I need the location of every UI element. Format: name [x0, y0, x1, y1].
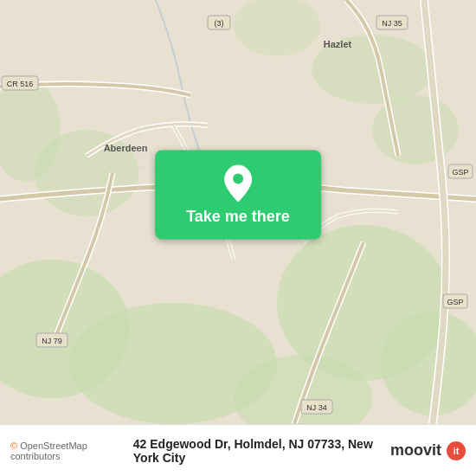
take-me-there-button[interactable]: Take me there: [155, 151, 321, 240]
footer-left: © OpenStreetMap contributors 42 Edgewood…: [10, 437, 390, 465]
svg-text:CR 516: CR 516: [7, 80, 34, 88]
svg-text:NJ 79: NJ 79: [42, 337, 62, 345]
openstreetmap-copyright: © OpenStreetMap contributors: [10, 441, 123, 461]
map-pin-icon: [222, 164, 254, 203]
footer: © OpenStreetMap contributors 42 Edgewood…: [0, 424, 476, 476]
svg-text:NJ 35: NJ 35: [382, 19, 402, 28]
map-container: CR 516 NJ 35 GSP GSP NJ 79 NJ 34 CR 3 (3…: [0, 0, 476, 424]
moovit-logo-text: moovit: [390, 441, 441, 460]
footer-right: moovit it: [390, 441, 466, 460]
svg-text:(3): (3): [215, 19, 224, 28]
moovit-icon: it: [447, 441, 466, 460]
copyright-symbol: ©: [10, 441, 17, 451]
svg-text:GSP: GSP: [452, 168, 468, 177]
take-me-there-label: Take me there: [186, 208, 290, 226]
svg-text:Hazlet: Hazlet: [324, 39, 352, 49]
osm-text: OpenStreetMap contributors: [10, 441, 87, 461]
svg-text:GSP: GSP: [447, 298, 463, 306]
svg-point-34: [233, 174, 243, 184]
footer-address: 42 Edgewood Dr, Holmdel, NJ 07733, New Y…: [133, 437, 390, 465]
address-text: 42 Edgewood Dr, Holmdel, NJ 07733,: [133, 437, 344, 451]
svg-text:NJ 34: NJ 34: [306, 403, 327, 412]
